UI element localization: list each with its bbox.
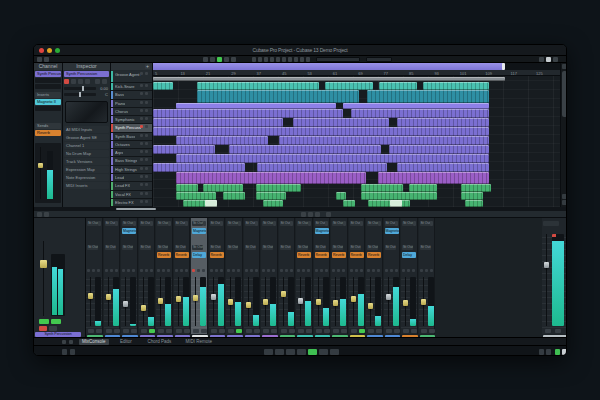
clip-green[interactable] bbox=[361, 184, 403, 192]
routing-edit-button[interactable] bbox=[203, 221, 206, 226]
track-row-kick-snare[interactable]: Kick-Snare bbox=[111, 83, 152, 91]
clip-cyan[interactable] bbox=[197, 82, 319, 90]
fader-cap[interactable] bbox=[193, 295, 198, 301]
channel-panel-header[interactable]: Channel bbox=[34, 63, 62, 70]
clip-green[interactable] bbox=[361, 192, 437, 200]
routing-edit-button[interactable] bbox=[290, 221, 293, 226]
sends-label[interactable]: St Out bbox=[385, 245, 396, 250]
mute-button[interactable] bbox=[246, 329, 252, 333]
routing-edit-button[interactable] bbox=[395, 221, 398, 226]
left-zone-listen-button[interactable] bbox=[51, 319, 61, 324]
mute-button[interactable] bbox=[368, 329, 374, 333]
clip-green[interactable] bbox=[176, 184, 198, 192]
solo-button[interactable] bbox=[166, 329, 172, 333]
track-solo-button[interactable] bbox=[145, 192, 148, 195]
solo-button[interactable] bbox=[219, 329, 225, 333]
sends-label[interactable]: St Out bbox=[140, 245, 151, 250]
sends-label[interactable]: St Out bbox=[122, 245, 133, 250]
forward-button[interactable] bbox=[275, 349, 284, 355]
read-button[interactable] bbox=[320, 269, 323, 272]
read-button[interactable] bbox=[337, 269, 340, 272]
snap-type-dropdown[interactable] bbox=[316, 57, 360, 62]
send-slot[interactable]: Reverb bbox=[367, 252, 381, 258]
right-zone-icon[interactable] bbox=[546, 57, 551, 62]
routing-edit-button[interactable] bbox=[255, 221, 258, 226]
write-button[interactable] bbox=[255, 269, 258, 272]
write-button[interactable] bbox=[115, 269, 118, 272]
output-clip-indicator[interactable] bbox=[552, 234, 556, 237]
write-button[interactable] bbox=[342, 269, 345, 272]
inspector-section-expression-map[interactable]: Expression Map bbox=[64, 166, 109, 173]
inspector-section-note-expression[interactable]: Note Expression bbox=[64, 174, 109, 181]
clip-cyan[interactable] bbox=[325, 82, 373, 90]
sends-label[interactable]: St Out bbox=[262, 245, 273, 250]
track-row-piano[interactable]: Piano bbox=[111, 100, 152, 108]
volume-slider[interactable] bbox=[64, 87, 96, 90]
read-button[interactable] bbox=[162, 269, 165, 272]
track-row-bass-strings[interactable]: Bass Strings bbox=[111, 157, 152, 165]
mute-button[interactable] bbox=[228, 329, 234, 333]
sends-label[interactable]: St Out bbox=[280, 245, 291, 250]
write-button[interactable] bbox=[395, 269, 398, 272]
routing-label[interactable]: St Out bbox=[175, 221, 186, 226]
insert-slot[interactable]: Magneto II bbox=[122, 228, 136, 234]
mixer-channel-chorus[interactable]: St OutSt OutReverb Chorus bbox=[174, 218, 191, 334]
routing-edit-button[interactable] bbox=[308, 221, 311, 226]
routing-label[interactable]: St Out bbox=[402, 221, 413, 226]
routing-edit-button[interactable] bbox=[325, 221, 328, 226]
clip-green[interactable] bbox=[203, 184, 243, 192]
title-bar[interactable]: Cubase Pro Project - Cubase 13 Demo Proj… bbox=[34, 45, 566, 56]
clip-gray[interactable] bbox=[153, 77, 505, 81]
left-zone-monitor-button[interactable] bbox=[39, 319, 49, 324]
mute-button[interactable] bbox=[123, 329, 129, 333]
channel-mini-fader-track[interactable] bbox=[40, 147, 41, 199]
volume-slider-handle[interactable] bbox=[82, 86, 84, 91]
routing-edit-button[interactable] bbox=[133, 221, 136, 226]
inspector-section-no-drum-map[interactable]: No Drum Map bbox=[64, 150, 109, 157]
clip-cyan[interactable] bbox=[423, 82, 489, 90]
track-mute-button[interactable] bbox=[140, 84, 143, 87]
solo-button[interactable] bbox=[114, 329, 120, 333]
transport-mini-icon-2[interactable] bbox=[210, 57, 215, 62]
routing-edit-button[interactable] bbox=[378, 221, 381, 226]
solo-button[interactable] bbox=[131, 329, 137, 333]
fader-cap[interactable] bbox=[403, 300, 408, 306]
clip-green[interactable] bbox=[343, 200, 355, 207]
send-slot[interactable]: Reverb bbox=[175, 252, 189, 258]
solo-button[interactable] bbox=[394, 329, 400, 333]
inspector-section-all-midi-inputs[interactable]: All MIDI Inputs bbox=[64, 126, 109, 133]
edit-button[interactable] bbox=[87, 269, 90, 272]
fader-cap[interactable] bbox=[368, 303, 373, 309]
solo-button[interactable] bbox=[359, 329, 365, 333]
clip-purple[interactable] bbox=[279, 136, 489, 145]
right-locator-handle[interactable] bbox=[502, 63, 505, 70]
clip-teal[interactable] bbox=[367, 90, 489, 103]
routing-label[interactable]: St Out bbox=[140, 221, 151, 226]
play-button[interactable] bbox=[308, 349, 317, 355]
edit-button[interactable] bbox=[262, 269, 265, 272]
fader-cap[interactable] bbox=[316, 299, 321, 305]
solo-button[interactable] bbox=[85, 79, 90, 84]
mute-button[interactable] bbox=[193, 329, 199, 333]
horizontal-scroll-thumb[interactable] bbox=[116, 208, 156, 210]
tool-icon-8[interactable] bbox=[294, 57, 298, 62]
routing-edit-button[interactable] bbox=[343, 221, 346, 226]
track-mute-button[interactable] bbox=[140, 175, 143, 178]
add-track-button[interactable]: + bbox=[145, 64, 150, 69]
mixer-channel-snares[interactable]: St OutSt OutDelay Snares bbox=[401, 218, 418, 334]
mixer-view-icon-2[interactable] bbox=[308, 212, 313, 217]
channel-track-name[interactable]: Synth Percussion bbox=[35, 71, 61, 77]
status-button-1[interactable] bbox=[539, 349, 544, 355]
track-solo-button[interactable] bbox=[145, 117, 148, 120]
channel-sends-header[interactable]: Sends bbox=[35, 123, 61, 129]
mute-button[interactable] bbox=[333, 329, 339, 333]
mixer-channel-drum-fx[interactable]: St OutSt OutReverb Drum FX bbox=[349, 218, 366, 334]
inspector-track-name[interactable]: Synth Percussion bbox=[64, 71, 109, 77]
read-button[interactable] bbox=[232, 269, 235, 272]
clip-purple[interactable] bbox=[153, 145, 215, 154]
master-fader-track[interactable] bbox=[43, 241, 44, 316]
solo-button[interactable] bbox=[236, 329, 242, 333]
clip-green[interactable] bbox=[223, 192, 245, 200]
solo-button[interactable] bbox=[411, 329, 417, 333]
sends-label[interactable]: St Out bbox=[227, 245, 238, 250]
